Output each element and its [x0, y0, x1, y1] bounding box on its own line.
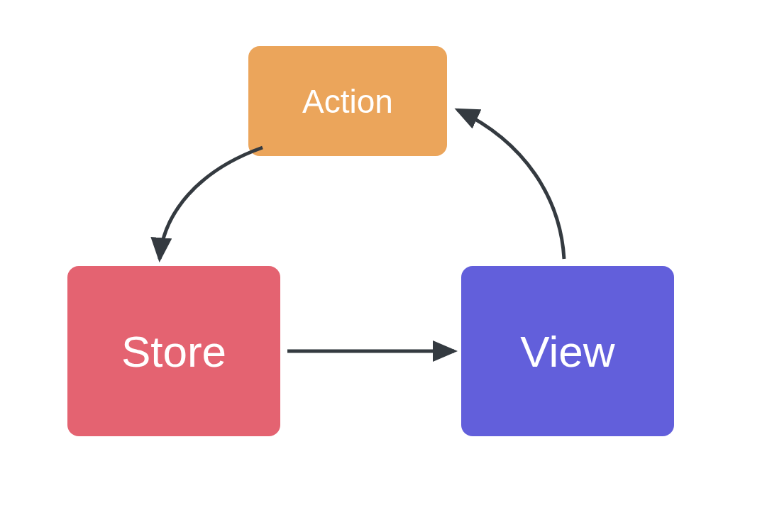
- node-action-label: Action: [302, 82, 393, 121]
- node-view: View: [461, 266, 674, 436]
- node-store: Store: [67, 266, 280, 436]
- node-store-label: Store: [121, 326, 226, 377]
- node-action: Action: [248, 46, 447, 156]
- arrow-action-to-store: [160, 148, 263, 259]
- arrow-view-to-action: [458, 110, 564, 259]
- node-view-label: View: [520, 326, 614, 377]
